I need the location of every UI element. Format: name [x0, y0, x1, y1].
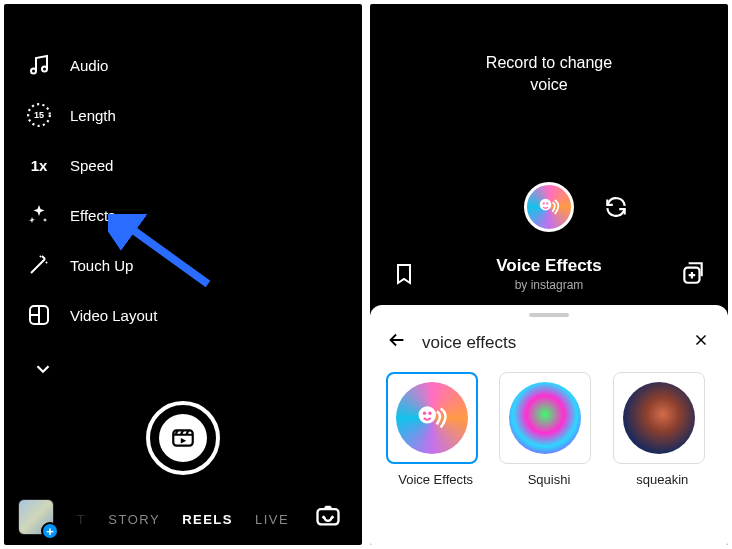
tool-speed[interactable]: 1x Speed: [26, 152, 157, 178]
tool-audio[interactable]: Audio: [26, 52, 157, 78]
effect-result-voice-effects[interactable]: Voice Effects: [386, 372, 485, 487]
effect-results: Voice Effects Squishi squeakin: [370, 368, 728, 491]
svg-point-11: [419, 406, 436, 423]
search-query-text[interactable]: voice effects: [422, 333, 676, 353]
mode-reels[interactable]: REELS: [182, 512, 233, 527]
refresh-icon: [603, 194, 629, 220]
reset-effect-button[interactable]: [603, 194, 631, 222]
effect-result-squeakin[interactable]: squeakin: [613, 372, 712, 487]
tool-length-label: Length: [70, 107, 116, 124]
tool-video-layout[interactable]: Video Layout: [26, 302, 157, 328]
effect-result-label: Voice Effects: [386, 472, 485, 487]
mode-t[interactable]: T: [77, 512, 86, 527]
clear-search-button[interactable]: [690, 331, 712, 354]
tool-touchup[interactable]: Touch Up: [26, 252, 157, 278]
sheet-drag-handle[interactable]: [529, 313, 569, 317]
sparkle-icon: [26, 202, 52, 228]
add-to-stack-icon: [680, 260, 706, 286]
mode-story[interactable]: STORY: [108, 512, 160, 527]
effect-browser-screen: Record to change voice Voice Effects by …: [370, 4, 728, 545]
back-button[interactable]: [386, 329, 408, 356]
tool-touchup-label: Touch Up: [70, 257, 133, 274]
effect-result-label: squeakin: [613, 472, 712, 487]
svg-rect-6: [318, 509, 339, 524]
add-effect-to-reel-button[interactable]: [680, 260, 706, 290]
grid-layout-icon: [26, 302, 52, 328]
tool-audio-label: Audio: [70, 57, 108, 74]
close-icon: [692, 331, 710, 349]
svg-point-13: [428, 412, 431, 415]
length-15-icon: 15: [26, 102, 52, 128]
search-row: voice effects: [370, 323, 728, 368]
svg-point-1: [42, 67, 47, 72]
arrow-left-icon: [386, 329, 408, 351]
tool-effects[interactable]: Effects: [26, 202, 157, 228]
effect-result-label: Squishi: [499, 472, 598, 487]
reels-camera-screen: Audio 15 Length 1x Speed: [4, 4, 362, 545]
squishi-thumb-icon: [509, 382, 581, 454]
tool-length[interactable]: 15 Length: [26, 102, 157, 128]
effect-search-sheet: voice effects: [370, 305, 728, 545]
effect-author: by instagram: [370, 278, 728, 292]
reels-clapper-icon: [159, 414, 207, 462]
tool-effects-label: Effects: [70, 207, 116, 224]
speed-1x-icon: 1x: [26, 152, 52, 178]
camera-tool-stack: Audio 15 Length 1x Speed: [26, 52, 157, 382]
tool-speed-label: Speed: [70, 157, 113, 174]
effect-result-squishi[interactable]: Squishi: [499, 372, 598, 487]
music-note-icon: [26, 52, 52, 78]
svg-point-0: [31, 69, 36, 74]
magic-wand-icon: [26, 252, 52, 278]
switch-camera-button[interactable]: [312, 499, 344, 531]
chevron-down-icon: [30, 356, 56, 382]
effect-title-block: Voice Effects by instagram: [370, 256, 728, 292]
squeakin-thumb-icon: [623, 382, 695, 454]
svg-point-8: [543, 202, 545, 204]
svg-point-12: [423, 412, 426, 415]
svg-point-9: [546, 202, 548, 204]
current-effect-button[interactable]: [524, 182, 574, 232]
effect-title: Voice Effects: [370, 256, 728, 276]
voice-effect-icon: [535, 193, 563, 221]
camera-mode-tabs: T STORY REELS LIVE: [4, 512, 362, 527]
record-prompt: Record to change voice: [370, 52, 728, 95]
expand-tools-button[interactable]: [30, 356, 157, 382]
capture-button[interactable]: [146, 401, 220, 475]
tool-video-layout-label: Video Layout: [70, 307, 157, 324]
mode-live[interactable]: LIVE: [255, 512, 289, 527]
switch-camera-icon: [314, 501, 342, 529]
voice-effects-thumb-icon: [396, 382, 468, 454]
